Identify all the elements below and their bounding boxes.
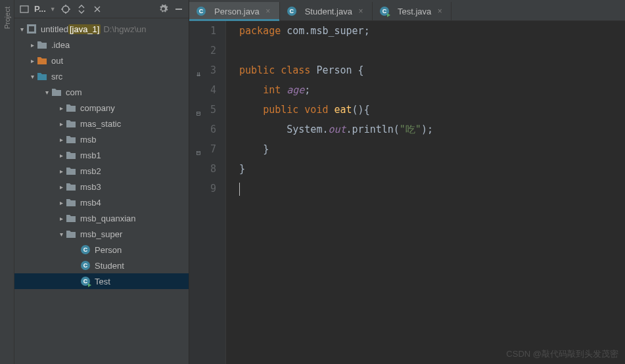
folder-icon [66,102,76,113]
tree-label: msb_quanxian [80,214,136,223]
code-line[interactable]: System.out.println("吃"); [239,120,625,139]
svg-rect-0 [20,6,28,12]
target-icon[interactable] [60,3,72,15]
chevron-right-icon[interactable]: ▸ [57,152,66,159]
chevron-right-icon[interactable]: ▸ [57,168,66,175]
chevron-right-icon[interactable]: ▸ [57,215,66,222]
tree-item-msb3[interactable]: ▸msb3 [14,179,189,194]
tree-label: src [51,72,62,81]
close-icon[interactable]: × [264,7,273,16]
chevron-down-icon[interactable]: ▾ [28,73,37,80]
code-line[interactable]: public class Person { [239,60,625,80]
tree-label: mas_static [80,119,121,129]
project-tool-label[interactable]: Project [3,7,11,29]
tool-window-strip: Project [0,0,14,364]
tab-test[interactable]: C Test.java × [373,2,451,20]
tab-label: Student.java [305,7,352,16]
project-tree[interactable]: ▾ untitled [java_1] D:\hgwz\un ▸.idea ▸o… [14,18,189,364]
tree-item-msb2[interactable]: ▸msb2 [14,163,189,179]
code-line[interactable] [239,179,625,198]
dropdown-arrow-icon[interactable]: ▼ [50,6,56,12]
folder-icon [66,181,76,192]
chevron-down-icon[interactable]: ▾ [57,231,66,238]
tree-label: Student [95,261,124,271]
tree-label: com [66,87,82,97]
tree-item-msb-super[interactable]: ▾msb_super [14,226,189,242]
fold-open-icon[interactable]: ⊟ [194,104,203,124]
tree-item-company[interactable]: ▸company [14,100,189,116]
chevron-right-icon[interactable]: ▸ [28,57,37,64]
chevron-right-icon[interactable]: ▸ [57,183,66,191]
fold-close-icon[interactable]: ⊟ [194,143,203,163]
folder-icon [37,39,47,50]
close-icon[interactable]: × [435,7,444,16]
code-line[interactable]: int age; [239,80,625,100]
tree-item-student[interactable]: CStudent [14,258,189,273]
project-view-label[interactable]: P... [34,4,46,14]
folder-icon [66,213,76,223]
code-line[interactable]: } [239,159,625,179]
editor-area: C Person.java × C Student.java × C Test.… [189,0,625,364]
chevron-right-icon[interactable]: ▸ [28,41,37,49]
tree-root[interactable]: ▾ untitled [java_1] D:\hgwz\un [14,21,189,37]
tree-item-test[interactable]: CTest [14,273,189,289]
folder-icon [66,166,76,176]
project-sidebar: P... ▼ ▾ untitled [java_1] D:\hgwz\un ▸.… [14,0,189,364]
tree-item-com[interactable]: ▾com [14,84,189,100]
code-editor[interactable]: ⇊ ⊟ ⊟ 123456789 package com.msb_super;pu… [189,21,625,364]
tree-label: msb_super [80,229,122,239]
tab-student[interactable]: C Student.java × [280,2,373,20]
tree-label: msb2 [80,166,101,176]
chevron-right-icon[interactable]: ▸ [57,136,66,143]
tree-label: msb [80,135,97,145]
root-name: untitled [41,24,68,34]
class-icon: C [196,6,206,16]
tree-item-msb[interactable]: ▸msb [14,131,189,147]
tree-label: msb4 [80,198,101,208]
chevron-right-icon[interactable]: ▸ [57,120,66,127]
folder-icon [66,134,76,145]
line-number[interactable]: 9 [189,179,216,198]
tree-label: Person [95,245,122,255]
line-gutter[interactable]: ⇊ ⊟ ⊟ 123456789 [189,21,226,364]
chevron-down-icon[interactable]: ▾ [17,26,26,33]
class-icon: C [287,6,297,16]
code-body[interactable]: package com.msb_super;public class Perso… [226,21,625,364]
line-number[interactable]: 1 [189,21,216,41]
chevron-down-icon[interactable]: ▾ [42,89,51,96]
tree-item-person[interactable]: CPerson [14,242,189,258]
tab-label: Test.java [398,7,431,16]
tree-label: .idea [51,40,70,50]
tree-label: company [80,103,115,113]
tree-item-msb4[interactable]: ▸msb4 [14,194,189,210]
expand-all-icon[interactable] [76,3,87,15]
hide-icon[interactable] [173,3,185,15]
folder-src-icon [37,71,47,81]
folder-out-icon [37,55,47,66]
gear-icon[interactable] [157,3,169,15]
tree-item-out[interactable]: ▸out [14,53,189,68]
project-dropdown-icon[interactable] [18,3,30,15]
class-run-icon: C [80,276,91,286]
root-module: [java_1] [68,24,101,34]
line-number[interactable]: 2 [189,41,216,60]
tree-item-src[interactable]: ▾src [14,68,189,84]
tab-label: Person.java [214,7,260,16]
code-line[interactable]: package com.msb_super; [239,21,625,41]
folder-icon [66,118,76,129]
chevron-right-icon[interactable]: ▸ [57,104,66,112]
svg-rect-8 [29,26,34,32]
collapse-all-icon[interactable] [91,3,103,15]
implements-gutter-icon[interactable]: ⇊ [194,64,203,84]
tree-item-mas-static[interactable]: ▸mas_static [14,116,189,131]
root-path: D:\hgwz\un [103,24,146,34]
code-line[interactable]: } [239,139,625,159]
tree-item-idea[interactable]: ▸.idea [14,37,189,53]
close-icon[interactable]: × [356,7,365,16]
code-line[interactable]: public void eat(){ [239,100,625,120]
code-line[interactable] [239,41,625,60]
tree-item-msb-quanxian[interactable]: ▸msb_quanxian [14,210,189,226]
tree-item-msb1[interactable]: ▸msb1 [14,147,189,163]
tab-person[interactable]: C Person.java × [189,2,280,20]
chevron-right-icon[interactable]: ▸ [57,199,66,206]
